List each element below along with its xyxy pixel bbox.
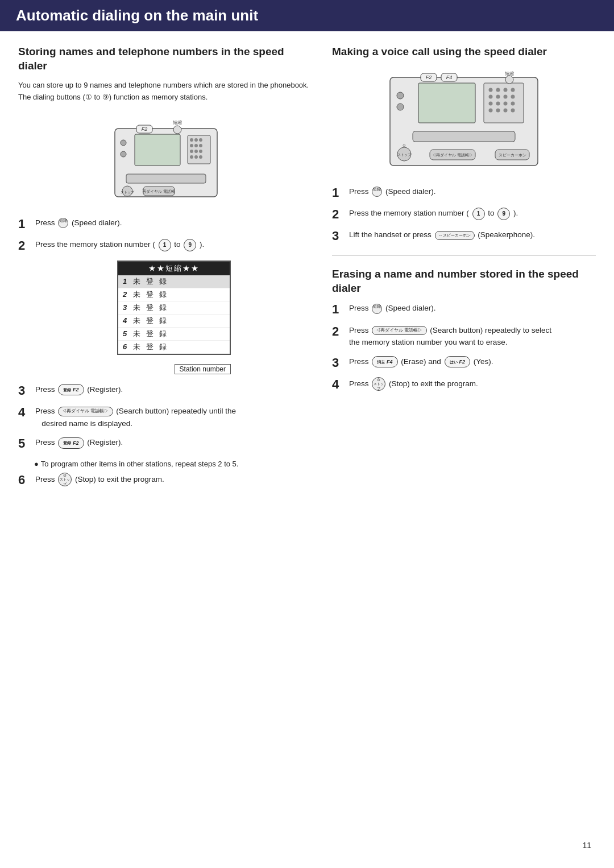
left-step-5: 5 Press 登録 F2 (Register). — [18, 436, 314, 451]
stop-button-erase: ⊙ストップ — [372, 377, 385, 391]
svg-rect-27 — [418, 83, 475, 123]
step-number: 4 — [332, 377, 346, 392]
step-number: 2 — [332, 207, 346, 222]
erase-step-2: 2 Press ◁再ダイヤル 電話帳▷ (Search button) repe… — [332, 324, 596, 349]
erase-step-3: 3 Press 消去 F4 (Erase) and はい F2 (Yes). — [332, 356, 596, 370]
svg-point-11 — [199, 150, 202, 153]
step-text: Press 短縮 (Speed dialer). — [349, 185, 436, 198]
svg-point-9 — [190, 150, 193, 153]
step-number: 1 — [332, 185, 346, 200]
step-number: 6 — [18, 473, 32, 487]
screen-row-4: 4 未 登 録 — [118, 315, 230, 328]
voice-step-3: 3 Lift the handset or press ↔スピーカーホン (Sp… — [332, 229, 596, 243]
svg-point-34 — [496, 94, 500, 98]
svg-point-41 — [489, 108, 493, 112]
svg-point-32 — [511, 88, 515, 92]
screen-row-6: 6 未 登 録 — [118, 341, 230, 354]
step-text: Lift the handset or press ↔スピーカーホン (Spea… — [349, 229, 535, 241]
page-number: 11 — [582, 841, 591, 850]
step-text: Press 短縮 (Speed dialer). — [349, 302, 436, 315]
yes-button: はい F2 — [445, 356, 470, 367]
bullet-note: To program other items in other stations… — [34, 458, 314, 470]
svg-point-16 — [121, 151, 126, 157]
fax-device-left: F2 短縮 ストップ 再ダイヤル 電話帳 — [103, 111, 229, 211]
register-button-2: 登録 F2 — [58, 437, 84, 449]
step-text: Press 登録 F2 (Register). — [35, 436, 123, 449]
svg-text:ストップ: ストップ — [121, 190, 135, 194]
svg-point-29 — [489, 88, 493, 92]
svg-rect-1 — [135, 134, 180, 166]
screen-row-2: 2 未 登 録 — [118, 288, 230, 301]
left-step-2: 2 Press the memory station number ( 1 to… — [18, 238, 314, 253]
svg-point-31 — [504, 88, 508, 92]
svg-rect-53 — [413, 131, 515, 142]
step-number: 1 — [18, 217, 32, 232]
step-number: 3 — [332, 356, 346, 370]
svg-point-30 — [496, 88, 500, 92]
step-number: 1 — [332, 302, 346, 317]
step-text: Press 消去 F4 (Erase) and はい F2 (Yes). — [349, 356, 493, 368]
svg-point-45 — [397, 92, 404, 99]
svg-rect-21 — [126, 174, 206, 183]
svg-point-5 — [199, 138, 202, 142]
svg-text:再ダイヤル 電話帳: 再ダイヤル 電話帳 — [142, 189, 175, 194]
svg-point-13 — [194, 155, 198, 159]
svg-point-15 — [121, 140, 126, 146]
svg-point-12 — [190, 155, 193, 159]
step-text: Press 短縮 (Speed dialer). — [35, 217, 122, 229]
step-text: Press the memory station number ( 1 to 9… — [35, 238, 204, 251]
speed-dialer-button-1: 短縮 — [58, 218, 68, 228]
svg-point-10 — [194, 150, 198, 153]
left-step-1: 1 Press 短縮 (Speed dialer). — [18, 217, 314, 232]
station-num-1-v: 1 — [472, 208, 485, 220]
erase-step-1: 1 Press 短縮 (Speed dialer). — [332, 302, 596, 317]
left-step-3: 3 Press 登録 F2 (Register). — [18, 383, 314, 398]
svg-text:◁再ダイヤル 電話帳▷: ◁再ダイヤル 電話帳▷ — [432, 153, 473, 158]
svg-text:F2: F2 — [426, 75, 432, 80]
svg-point-44 — [511, 108, 515, 112]
step-number: 4 — [18, 405, 32, 420]
svg-point-40 — [511, 101, 515, 105]
register-button-1: 登録 F2 — [58, 384, 84, 395]
svg-point-6 — [190, 144, 193, 147]
station-number-label: Station number — [175, 364, 231, 374]
erase-step-4: 4 Press ⊙ストップ (Stop) to exit the program… — [332, 377, 596, 392]
intro-paragraph: You can store up to 9 names and telephon… — [18, 80, 314, 104]
erase-button: 消去 F4 — [372, 356, 397, 367]
screen-row-5: 5 未 登 録 — [118, 328, 230, 341]
step-number: 3 — [332, 229, 346, 243]
svg-text:ストップ: ストップ — [397, 152, 412, 156]
left-column: Storing names and telephone numbers in t… — [18, 45, 314, 495]
search-button-1: ◁再ダイヤル 電話帳▷ — [58, 407, 113, 416]
step-number: 3 — [18, 383, 32, 398]
svg-point-4 — [194, 138, 198, 142]
svg-point-8 — [199, 144, 202, 147]
step-text: Press 登録 F2 (Register). — [35, 383, 123, 396]
step-text: Press ◁再ダイヤル 電話帳▷ (Search button) repeat… — [35, 405, 236, 429]
section-divider — [332, 255, 596, 256]
screen-row-3: 3 未 登 録 — [118, 301, 230, 315]
speed-dialer-screen: ★★短縮★★ 1 未 登 録 2 未 登 録 3 未 登 録 4 未 登 録 — [117, 261, 231, 355]
erasing-section-title: Erasing a name and number stored in the … — [332, 267, 596, 295]
svg-text:スピーカーホン: スピーカーホン — [499, 153, 526, 157]
step-text: Press ⊙ストップ (Stop) to exit the program. — [349, 377, 478, 391]
step-text: Press ⊙ストップ (Stop) to exit the program. — [35, 473, 164, 486]
svg-point-35 — [504, 94, 508, 98]
svg-point-39 — [504, 101, 508, 105]
svg-point-37 — [489, 101, 493, 105]
svg-text:短縮: 短縮 — [173, 120, 182, 125]
svg-point-14 — [199, 155, 202, 159]
screen-row-1: 1 未 登 録 — [118, 275, 230, 288]
svg-point-38 — [496, 101, 500, 105]
speed-dialer-button-voice: 短縮 — [372, 187, 382, 197]
svg-text:⊙: ⊙ — [403, 143, 406, 147]
search-button-erase: ◁再ダイヤル 電話帳▷ — [372, 326, 426, 336]
left-step-4: 4 Press ◁再ダイヤル 電話帳▷ (Search button) repe… — [18, 405, 314, 429]
step-text: Press the memory station number ( 1 to 9… — [349, 207, 518, 220]
svg-point-20 — [173, 126, 181, 134]
screen-title: ★★短縮★★ — [118, 262, 230, 275]
svg-text:F4: F4 — [446, 75, 453, 80]
storing-section-title: Storing names and telephone numbers in t… — [18, 45, 314, 73]
svg-point-33 — [489, 94, 493, 98]
step-text: Press ◁再ダイヤル 電話帳▷ (Search button) repeat… — [349, 324, 551, 349]
